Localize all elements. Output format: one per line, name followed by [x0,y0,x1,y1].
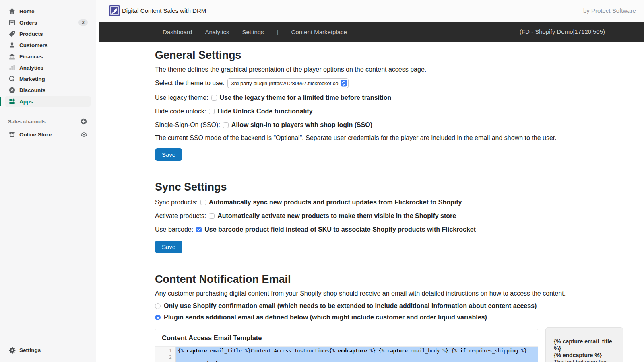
checkbox-caption: Use barcode product field instead of SKU… [204,226,476,233]
app-logo-icon [109,5,120,16]
select-stepper-icon [341,80,347,87]
code-line [178,354,538,361]
code-editor[interactable]: 123456 {% capture email_title %}Content … [155,346,538,362]
apps-icon [8,97,16,105]
general-setting-row: Hide code unlock:Hide Unlock Code functi… [155,107,613,115]
nav-link-settings[interactable]: Settings [242,29,264,35]
field-label: Use legacy theme: [155,94,208,101]
sidebar-item-label: Orders [19,20,37,26]
checkbox-unchecked[interactable] [209,109,215,114]
sidebar-item-customers[interactable]: Customers [5,39,91,51]
gear-icon [8,346,16,354]
online-store-label: Online Store [19,132,52,138]
line-number: 3 [155,361,172,362]
theme-select-value: 3rd party plugin (https://1280997.flickr… [231,80,339,86]
content-notification-email-title: Content Notification Email [155,273,613,286]
nav-link-dashboard[interactable]: Dashboard [163,29,192,35]
code-editor-content[interactable]: {% capture email_title %}Content Access … [176,347,538,362]
home-icon [8,7,16,15]
nav-separator: | [277,29,279,35]
app-nav-bar: DashboardAnalyticsSettings|Content Marke… [99,22,644,42]
sidebar-item-home[interactable]: Home [5,6,91,17]
sidebar-item-apps[interactable]: Apps [5,96,91,107]
sidebar-item-finances[interactable]: Finances [5,51,91,62]
email-template-panel: Content Access Email Template 123456 {% … [155,329,538,362]
app-nav-links: DashboardAnalyticsSettings|Content Marke… [163,29,347,35]
radio-label: Plugin sends additional email as defined… [164,314,487,321]
sync-setting-row: Sync products:Automatically sync new pro… [155,198,613,206]
settings-label: Settings [19,347,41,353]
theme-select-label: Select the theme to use: [155,80,225,87]
liquid-marker-text: {% capture email_title %} [554,338,615,352]
nav-link-analytics[interactable]: Analytics [205,29,229,35]
sidebar-item-analytics[interactable]: Analytics [5,62,91,73]
content-notification-email-description: Any customer purchasing digital content … [155,290,613,297]
finances-icon [8,52,16,60]
field-label: Activate products: [155,212,206,220]
radio-unselected[interactable] [155,303,161,309]
add-sales-channel-button[interactable] [80,117,88,125]
discounts-icon [8,86,16,94]
app-title: Digital Content Sales with DRM [122,7,206,14]
active-indicator [0,97,1,106]
eye-icon[interactable] [80,130,88,138]
sidebar-item-label: Customers [19,42,48,48]
section-divider [155,172,606,172]
sales-channels-label: Sales channels [8,119,46,125]
theme-select-row: Select the theme to use: 3rd party plugi… [155,78,613,88]
customers-icon [8,41,16,49]
sidebar-nav-list: HomeOrders2ProductsCustomersFinancesAnal… [0,0,96,107]
checkbox-caption: Allow sign-in to players with shop login… [231,121,372,129]
email-template-panel-title: Content Access Email Template [155,329,538,346]
liquid-marker-description: The text between the markers is used as … [554,359,615,362]
sidebar-item-products[interactable]: Products [5,28,91,39]
code-line: <!DOCTYPE html> [178,361,538,362]
checkbox-unchecked[interactable] [209,213,215,219]
main-content: General Settings The theme defines the g… [96,42,644,362]
checkbox-caption: Automatically activate new products to m… [217,212,456,220]
liquid-marker-text: {% endcapture %} [554,352,615,359]
checkbox-caption: Hide Unlock Code functionality [217,108,312,115]
store-icon [8,130,16,138]
section-divider [155,264,606,264]
sidebar-item-label: Products [19,31,43,37]
code-editor-gutter: 123456 [155,347,176,362]
general-save-button[interactable]: Save [155,148,182,161]
field-label: Hide code unlock: [155,108,206,115]
sidebar-item-orders[interactable]: Orders2 [5,17,91,28]
email-option-row: Only use Shopify confirmation email (whi… [155,302,613,310]
radio-label: Only use Shopify confirmation email (whi… [164,302,537,310]
line-number: 2 [155,354,172,361]
sidebar-item-label: Apps [19,99,33,105]
checkbox-unchecked[interactable] [223,122,229,128]
sync-save-button[interactable]: Save [155,241,182,253]
nav-link-content-marketplace[interactable]: Content Marketplace [291,29,347,35]
sidebar-item-label: Marketing [19,76,45,82]
checkbox-caption: Use the legacy theme for a limited time … [220,94,392,101]
products-icon [8,30,16,38]
general-settings-description: The theme defines the graphical presenta… [155,66,613,73]
theme-select[interactable]: 3rd party plugin (https://1280997.flickr… [227,78,349,88]
marketing-icon [8,75,16,83]
liquid-variables-help-panel: {% capture email_title %}{% endcapture %… [545,327,623,362]
checkbox-checked[interactable] [196,227,202,232]
checkbox-unchecked[interactable] [211,95,217,101]
store-identifier: (FD - Shopify Demo|17120|505) [520,28,605,35]
sidebar-item-discounts[interactable]: Discounts [5,84,91,96]
checkbox-caption: Automatically sync new products and prod… [209,199,462,206]
app-byline: by Protect Software [583,7,636,14]
checkbox-unchecked[interactable] [200,200,206,205]
sidebar-item-settings[interactable]: Settings [5,344,91,356]
sidebar-item-marketing[interactable]: Marketing [5,73,91,84]
code-line: {% capture email_title %}Content Access … [178,348,538,354]
radio-selected[interactable] [155,315,161,320]
sidebar-item-label: Home [19,8,35,14]
admin-sidebar: HomeOrders2ProductsCustomersFinancesAnal… [0,0,96,362]
general-settings-title: General Settings [155,49,613,62]
sso-note: The current SSO mode of the backend is "… [155,134,613,142]
sidebar-item-online-store[interactable]: Online Store [5,129,91,140]
field-label: Use barcode: [155,226,193,233]
analytics-icon [8,64,16,72]
email-option-row: Plugin sends additional email as defined… [155,314,613,321]
sync-setting-row: Use barcode:Use barcode product field in… [155,225,613,234]
